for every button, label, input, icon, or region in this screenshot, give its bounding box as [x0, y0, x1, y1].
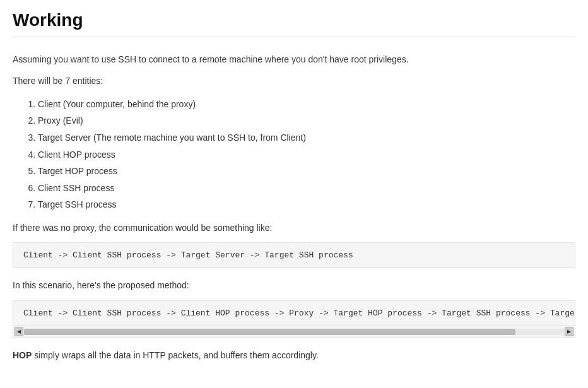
list-item: Target SSH process [38, 196, 575, 213]
hop-bold: HOP [13, 350, 32, 360]
list-item: Client (Your computer, behind the proxy) [38, 96, 575, 113]
proposed-code-block[interactable]: Client -> Client SSH process -> Client H… [13, 300, 575, 326]
list-item: Proxy (Evil) [38, 112, 575, 129]
scrollbar-container[interactable]: ◀ ▶ [13, 326, 575, 338]
list-item: Target Server (The remote machine you wa… [38, 129, 575, 146]
intro-paragraph: Assuming you want to use SSH to connect … [13, 52, 575, 66]
scroll-right-arrow[interactable]: ▶ [565, 327, 573, 336]
list-item: Target HOP process [38, 163, 575, 180]
bottom-paragraph: HOP simply wraps all the data in HTTP pa… [13, 348, 575, 362]
no-proxy-code: Client -> Client SSH process -> Target S… [23, 250, 353, 260]
proposed-text: In this scenario, here's the proposed me… [13, 278, 575, 292]
bottom-text-rest: simply wraps all the data in HTTP packet… [32, 350, 318, 360]
no-proxy-text: If there was no proxy, the communication… [13, 221, 575, 235]
page-title: Working [13, 10, 575, 37]
proposed-code: Client -> Client SSH process -> Client H… [23, 309, 575, 318]
list-item: Client HOP process [38, 146, 575, 163]
list-item: Client SSH process [38, 180, 575, 197]
scroll-left-arrow[interactable]: ◀ [15, 327, 23, 336]
scrollbar-thumb[interactable] [24, 329, 515, 335]
no-proxy-code-block: Client -> Client SSH process -> Target S… [13, 242, 575, 268]
entities-list: Client (Your computer, behind the proxy)… [13, 96, 575, 213]
entities-heading: There will be 7 entities: [13, 74, 575, 88]
